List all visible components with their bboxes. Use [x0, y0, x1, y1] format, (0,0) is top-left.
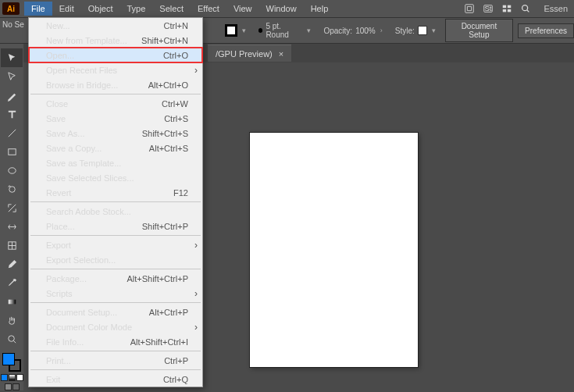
stroke-profile[interactable]: 5 pt. Round — [266, 22, 302, 39]
zoom-tool[interactable] — [1, 330, 23, 348]
menu-view[interactable]: View — [226, 2, 259, 16]
menu-item-place[interactable]: Place...Shift+Ctrl+P — [29, 219, 202, 233]
fill-stroke-control[interactable] — [2, 353, 21, 372]
menu-item-revert[interactable]: RevertF12 — [29, 185, 202, 200]
chevron-down-icon[interactable]: ▾ — [241, 27, 248, 34]
menu-item-label: Browse in Bridge... — [46, 80, 118, 90]
menu-help[interactable]: Help — [304, 2, 336, 16]
line-tool[interactable] — [1, 123, 23, 142]
eyedropper-tool[interactable] — [1, 273, 23, 292]
menu-item-label: Document Setup... — [46, 308, 117, 317]
menu-item-document-setup[interactable]: Document Setup...Alt+Ctrl+P — [29, 305, 202, 319]
svg-text:St: St — [485, 4, 492, 12]
type-tool[interactable] — [1, 105, 23, 123]
gradient-tool[interactable] — [1, 292, 23, 311]
menu-item-label: Document Color Mode — [46, 323, 132, 332]
menu-item-shortcut: Ctrl+N — [164, 21, 188, 30]
menu-item-label: Export — [46, 241, 71, 250]
menu-item-shortcut: Ctrl+S — [164, 114, 188, 123]
hand-tool[interactable] — [1, 311, 23, 330]
menu-item-shortcut: Ctrl+P — [164, 356, 188, 365]
tab-label: /GPU Preview) — [216, 49, 273, 59]
menu-window[interactable]: Window — [259, 2, 304, 16]
menu-item-save-as[interactable]: Save As...Shift+Ctrl+S — [29, 126, 202, 141]
menu-item-shortcut: Ctrl+Q — [163, 375, 188, 384]
menu-item-shortcut: Alt+Shift+Ctrl+P — [127, 274, 188, 283]
stroke-swatch[interactable] — [225, 24, 237, 37]
svg-rect-0 — [465, 5, 474, 13]
workspace-label[interactable]: Essen — [537, 4, 568, 13]
menu-item-file-info[interactable]: File Info...Alt+Shift+Ctrl+I — [29, 334, 202, 349]
menu-item-save-as-template[interactable]: Save as Template... — [29, 155, 202, 170]
menu-item-new[interactable]: New...Ctrl+N — [29, 18, 202, 33]
gradient-mini[interactable] — [9, 374, 16, 381]
menu-item-shortcut: Shift+Ctrl+N — [141, 36, 188, 45]
none-mini[interactable] — [16, 374, 23, 381]
menu-item-shortcut: Alt+Ctrl+S — [149, 144, 188, 153]
menu-file[interactable]: File — [24, 2, 52, 16]
opacity-value[interactable]: 100% — [355, 27, 376, 35]
style-swatch[interactable] — [418, 26, 427, 35]
menu-item-print[interactable]: Print...Ctrl+P — [29, 353, 202, 368]
style-label: Style: — [395, 27, 415, 35]
pen-tool[interactable] — [1, 86, 23, 105]
draw-normal[interactable] — [5, 383, 12, 390]
menu-item-save-selected-slices[interactable]: Save Selected Slices... — [29, 170, 202, 185]
ellipse-tool[interactable] — [1, 161, 23, 180]
selection-tool[interactable] — [1, 48, 23, 67]
menu-item-search-adobe-stock[interactable]: Search Adobe Stock... — [29, 204, 202, 219]
menu-item-save-a-copy[interactable]: Save a Copy...Alt+Ctrl+S — [29, 141, 202, 155]
stock-icon[interactable]: St — [481, 2, 495, 16]
width-tool[interactable] — [1, 217, 23, 236]
draw-behind[interactable] — [12, 383, 20, 390]
opacity-label: Opacity: — [323, 27, 352, 35]
color-mode-row — [1, 374, 23, 381]
menu-item-document-color-mode[interactable]: Document Color Mode — [29, 319, 202, 334]
menu-edit[interactable]: Edit — [52, 2, 81, 16]
scale-tool[interactable] — [1, 198, 23, 217]
menu-type[interactable]: Type — [120, 2, 153, 16]
close-icon[interactable]: × — [279, 49, 283, 59]
menu-item-export[interactable]: Export — [29, 237, 202, 252]
menu-item-label: File Info... — [46, 337, 84, 347]
svg-point-12 — [8, 335, 14, 341]
menu-item-browse-in-bridge[interactable]: Browse in Bridge...Alt+Ctrl+O — [29, 77, 202, 92]
menu-item-export-selection: Export Selection... — [29, 252, 202, 267]
rectangle-tool[interactable] — [1, 142, 23, 161]
menu-item-open-recent-files[interactable]: Open Recent Files — [29, 62, 202, 77]
fill-color[interactable] — [2, 353, 15, 365]
menu-item-scripts[interactable]: Scripts — [29, 286, 202, 301]
menu-item-new-from-template[interactable]: New from Template...Shift+Ctrl+N — [29, 33, 202, 48]
menu-select[interactable]: Select — [152, 2, 191, 16]
arrange-icon[interactable] — [500, 2, 514, 16]
rotate-tool[interactable] — [1, 180, 23, 198]
menu-effect[interactable]: Effect — [191, 2, 226, 16]
menu-item-label: Export Selection... — [46, 255, 116, 265]
svg-rect-8 — [8, 148, 15, 155]
chevron-down-icon[interactable]: ▾ — [430, 27, 437, 34]
menu-item-open[interactable]: Open...Ctrl+O — [29, 48, 202, 62]
svg-point-7 — [522, 5, 528, 11]
chevron-down-icon[interactable]: ▾ — [305, 27, 312, 34]
menu-item-exit[interactable]: ExitCtrl+Q — [29, 372, 202, 387]
artboard[interactable] — [250, 133, 418, 367]
preferences-button[interactable]: Preferences — [518, 23, 574, 38]
search-icon[interactable] — [519, 2, 533, 16]
menu-item-label: New from Template... — [46, 36, 127, 45]
menu-item-close[interactable]: CloseCtrl+W — [29, 96, 202, 111]
document-setup-button[interactable]: Document Setup — [445, 19, 513, 42]
app-badge: Ai — [2, 2, 20, 15]
document-tab[interactable]: /GPU Preview) × — [208, 45, 291, 62]
chevron-down-icon[interactable]: › — [379, 27, 384, 34]
brush-tool[interactable] — [1, 255, 23, 273]
menu-item-save[interactable]: SaveCtrl+S — [29, 111, 202, 126]
svg-rect-11 — [8, 299, 15, 304]
menu-item-package[interactable]: Package...Alt+Shift+Ctrl+P — [29, 271, 202, 286]
menu-object[interactable]: Object — [81, 2, 120, 16]
svg-rect-3 — [503, 5, 506, 9]
menu-item-label: Search Adobe Stock... — [46, 207, 131, 216]
direct-selection-tool[interactable] — [1, 67, 23, 86]
bridge-icon[interactable] — [462, 2, 476, 16]
mesh-tool[interactable] — [1, 236, 23, 255]
color-mini[interactable] — [1, 374, 8, 381]
